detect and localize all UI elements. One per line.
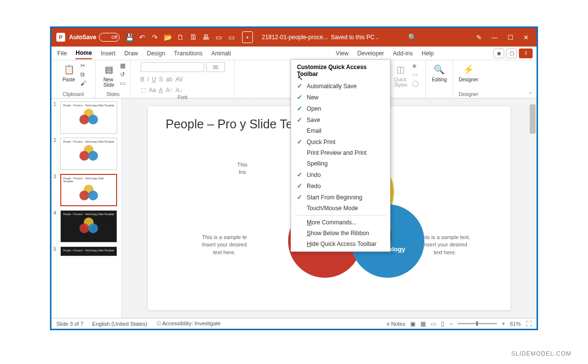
record-button[interactable]: ◉ — [493, 49, 504, 58]
section-icon[interactable]: ▭ — [120, 80, 125, 87]
font-size-selector[interactable]: 36 — [206, 62, 225, 72]
check-icon: ✓ — [297, 138, 303, 146]
strike-icon[interactable]: S — [159, 76, 163, 83]
italic-icon[interactable]: I — [147, 76, 149, 83]
qat-item-touchmode[interactable]: Touch/Mouse Mode — [291, 203, 390, 214]
quick-styles-button[interactable]: ◫ Quick Styles — [392, 62, 409, 89]
qat-item-new[interactable]: ✓New — [291, 92, 390, 103]
qat-item-quickprint[interactable]: ✓Quick Print — [291, 136, 390, 147]
qat-item-below[interactable]: Show Below the Ribbon — [291, 228, 390, 239]
undo-icon[interactable]: ↶ — [138, 33, 146, 41]
notes-button[interactable]: ≡ Notes — [387, 321, 405, 327]
qat-dropdown-button[interactable]: ▾ — [242, 31, 253, 43]
tab-draw[interactable]: Draw — [124, 50, 138, 57]
new-icon[interactable]: 🗋 — [176, 33, 184, 41]
underline-icon[interactable]: U — [152, 76, 156, 83]
qat-item-email[interactable]: Email — [291, 125, 390, 136]
qat-item-autosave[interactable]: ✓Automatically Save — [291, 80, 390, 92]
tab-design[interactable]: Design — [147, 50, 165, 57]
tab-help[interactable]: Help — [422, 50, 434, 57]
bold-icon[interactable]: B — [141, 76, 145, 83]
spacing-icon[interactable]: AV — [175, 76, 183, 83]
cut-icon[interactable]: ✂ — [80, 62, 86, 69]
draw-pen-icon[interactable]: ✎ — [476, 34, 482, 41]
tab-addins[interactable]: Add-ins — [393, 50, 413, 57]
vertical-scrollbar[interactable] — [530, 102, 536, 311]
qat-item-startbeginning[interactable]: ✓Start From Beginning — [291, 192, 390, 203]
layout-icon[interactable]: ▦ — [120, 62, 125, 69]
document-name[interactable]: 21812-01-people-proce... — [262, 34, 328, 41]
slideshow-icon[interactable]: ▭ — [215, 33, 222, 41]
minimize-icon[interactable]: — — [491, 34, 498, 41]
qat-item-hide[interactable]: Hide Quick Access Toolbar — [291, 239, 390, 249]
tab-insert[interactable]: Insert — [101, 50, 116, 57]
tab-transitions[interactable]: Transitions — [174, 50, 202, 57]
reading-view-icon[interactable]: ▭ — [431, 320, 436, 327]
qat-item-more[interactable]: More Commands... — [291, 217, 390, 228]
reset-icon[interactable]: ↺ — [120, 71, 125, 78]
slide-subtext-left[interactable]: This is a sample te Insert your desired … — [190, 234, 259, 256]
language-indicator[interactable]: English (United States) — [92, 321, 147, 327]
clear-format-icon[interactable]: Aa — [149, 87, 156, 94]
paste-button[interactable]: 📋 Paste — [61, 62, 77, 83]
redo-icon[interactable]: ↷ — [151, 33, 159, 41]
accessibility-indicator[interactable]: ⚇ Accessibility: Investigate — [156, 320, 221, 327]
highlight-icon[interactable]: ⬚ — [141, 87, 146, 94]
normal-view-icon[interactable]: ▣ — [410, 320, 416, 327]
zoom-out-icon[interactable]: − — [449, 320, 453, 327]
status-bar: Slide 3 of 7 English (United States) ⚇ A… — [51, 318, 537, 329]
tab-file[interactable]: File — [57, 50, 67, 57]
shrink-font-icon[interactable]: A↓ — [175, 87, 182, 94]
qat-item-spelling[interactable]: Spelling — [291, 158, 390, 169]
print-icon[interactable]: 🖶 — [202, 33, 210, 41]
tab-developer[interactable]: Developer — [357, 50, 384, 57]
slideshow-view-icon[interactable]: ▯ — [441, 320, 444, 327]
new-slide-button[interactable]: ▤ New Slide — [100, 62, 117, 89]
thumbnail-2[interactable]: People – Process – Technology Slide Temp… — [60, 138, 117, 170]
editing-button[interactable]: 🔍 Editing — [430, 62, 449, 83]
slide-subtext-top[interactable]: This Ins — [237, 161, 247, 176]
qat-item-redo[interactable]: ✓Redo — [291, 180, 390, 192]
shape-outline-icon[interactable]: ▭ — [412, 71, 418, 78]
collapse-ribbon-icon[interactable]: ⌄ — [528, 89, 533, 95]
thumbnail-4[interactable]: People – Process – Technology Slide Temp… — [60, 210, 117, 243]
copy-icon[interactable]: ⧉ — [80, 71, 86, 78]
open-icon[interactable]: 📂 — [164, 33, 172, 41]
zoom-level[interactable]: 61% — [510, 321, 521, 327]
qat-item-undo[interactable]: ✓Undo — [291, 169, 390, 180]
format-painter-icon[interactable]: 🖌 — [80, 80, 86, 87]
tab-home[interactable]: Home — [75, 49, 92, 59]
slide-indicator[interactable]: Slide 3 of 7 — [56, 321, 83, 327]
grow-font-icon[interactable]: A↑ — [166, 87, 172, 94]
thumbnail-5[interactable]: People – Process – Technology Slide Temp… — [60, 246, 117, 256]
save-status[interactable]: Saved to this PC — [331, 34, 379, 41]
touch-icon[interactable]: ▭ — [227, 33, 235, 41]
shape-effects-icon[interactable]: ◯ — [412, 80, 418, 87]
qat-item-save[interactable]: ✓Save — [291, 114, 390, 125]
zoom-slider[interactable] — [458, 323, 497, 324]
present-button[interactable]: ▢ — [506, 49, 517, 58]
qat-item-printpreview[interactable]: Print Preview and Print — [291, 147, 390, 158]
zoom-in-icon[interactable]: + — [502, 320, 505, 327]
save-icon[interactable]: 💾 — [125, 33, 133, 41]
tab-animations[interactable]: Animati — [211, 50, 231, 57]
thumbnail-1[interactable]: People – Process – Technology Slide Temp… — [60, 101, 117, 134]
shadow-icon[interactable]: ab — [166, 76, 172, 83]
font-color-icon[interactable]: A — [159, 87, 163, 94]
fit-window-icon[interactable]: ⛶ — [526, 320, 532, 327]
export-icon[interactable]: 🖻 — [189, 33, 197, 41]
thumbnail-3[interactable]: People – Process – Technology Slide Temp… — [60, 174, 117, 206]
autosave-toggle[interactable]: Off — [99, 33, 120, 42]
close-icon[interactable]: ✕ — [523, 34, 529, 41]
shape-fill-icon[interactable]: ◆ — [412, 62, 418, 69]
share-button[interactable]: ⇪ — [519, 49, 533, 58]
maximize-icon[interactable]: ☐ — [508, 34, 514, 41]
sorter-view-icon[interactable]: ▦ — [420, 320, 426, 327]
tab-view[interactable]: View — [336, 50, 348, 57]
menu-separator — [295, 215, 386, 216]
designer-button[interactable]: ⚡ Designer — [457, 62, 480, 83]
qat-item-open[interactable]: ✓Open — [291, 103, 390, 114]
font-selector[interactable] — [141, 62, 204, 72]
search-icon[interactable]: 🔍 — [408, 33, 416, 41]
mouse-cursor-icon: ↖ — [297, 74, 303, 82]
